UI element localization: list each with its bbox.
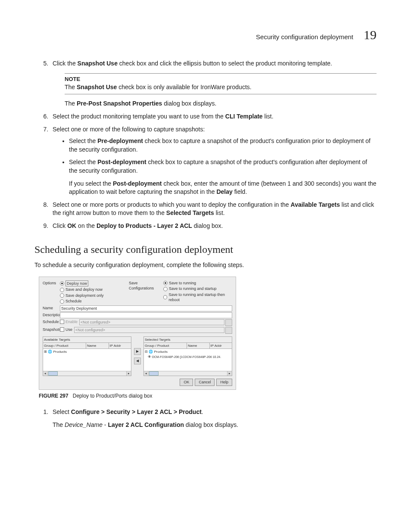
move-right-button[interactable]: ▶	[134, 348, 141, 355]
section-intro: To schedule a security configuration dep…	[34, 261, 377, 270]
page-header-title: Security configuration deployment	[256, 32, 353, 41]
radio-icon	[60, 293, 64, 298]
checkbox-icon	[60, 320, 64, 324]
step-6: Select the product monitoring template y…	[50, 112, 377, 121]
page-number: 19	[364, 26, 377, 44]
figure-caption: FIGURE 297 Deploy to Product/Ports dialo…	[39, 392, 377, 400]
schedule-browse-button[interactable]	[225, 319, 232, 326]
description-input[interactable]	[60, 312, 232, 318]
help-button[interactable]: Help	[216, 379, 232, 386]
selected-targets-list[interactable]: Selected Targets Group / Product Name IP…	[143, 336, 232, 376]
snapshot-browse-button[interactable]	[225, 327, 232, 334]
option-save-deploy-now[interactable]: Save and deploy now	[60, 287, 129, 292]
radio-icon	[163, 295, 167, 299]
hscrollbar[interactable]: ◂▸	[144, 371, 232, 376]
step-5: Click the Snapshot Use check box and cli…	[50, 59, 377, 108]
option-save-only[interactable]: Save deployment only	[60, 293, 129, 299]
available-targets-list[interactable]: Available Targets Group / Product Name I…	[43, 336, 131, 376]
save-running-startup-reboot[interactable]: Save to running and startup then reboot	[163, 292, 232, 303]
section-heading: Scheduling a security configuration depl…	[34, 243, 377, 257]
name-input[interactable]: Security Deployment	[60, 305, 232, 311]
radio-icon	[163, 281, 168, 285]
radio-icon	[60, 299, 64, 304]
step-7: Select one or more of the following to c…	[50, 125, 377, 196]
step-9: Click OK on the Deploy to Products - Lay…	[50, 222, 377, 230]
cancel-button[interactable]: Cancel	[195, 379, 215, 386]
option-deploy-now[interactable]: Deploy now	[60, 280, 129, 287]
radio-icon	[60, 288, 64, 292]
schedule-enable-checkbox[interactable]: Enable	[60, 319, 78, 325]
step-8: Select one or more ports or products to …	[50, 201, 377, 218]
hscrollbar[interactable]: ◂▸	[43, 371, 131, 376]
checkbox-icon	[60, 327, 64, 332]
radio-icon	[163, 287, 168, 291]
step-b1: Select Configure > Security > Layer 2 AC…	[50, 408, 377, 429]
snapshot-use-checkbox[interactable]: Use	[60, 327, 72, 333]
save-running-startup[interactable]: Save to running and startup	[163, 286, 232, 292]
option-schedule[interactable]: Schedule	[60, 299, 129, 304]
radio-icon	[60, 281, 64, 286]
deploy-dialog: Options Deploy now Save and deploy now S…	[39, 277, 236, 390]
save-running[interactable]: Save to running	[163, 280, 232, 286]
move-left-button[interactable]: ◀	[134, 358, 141, 364]
note-box: NOTE The Snapshot Use check box is only …	[65, 73, 377, 95]
snapshot-value: <Not configured>	[74, 327, 224, 333]
step-7-bullet-1: Select the Pre-deployment check box to c…	[69, 137, 377, 154]
ok-button[interactable]: OK	[180, 379, 193, 386]
schedule-value: <Not configured>	[79, 319, 224, 325]
step-7-bullet-2: Select the Post-deployment check box to …	[69, 158, 377, 196]
